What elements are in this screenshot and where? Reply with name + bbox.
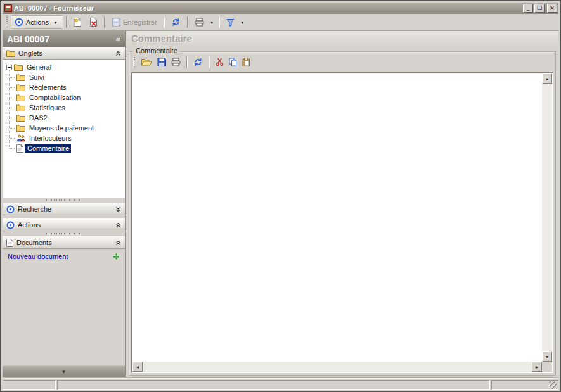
tree-connector	[10, 128, 15, 129]
paste-button[interactable]	[240, 56, 252, 68]
tree-item-reglements[interactable]: Règlements	[3, 82, 125, 92]
save-button-label: Enregistrer	[123, 18, 157, 26]
save-icon	[157, 58, 166, 66]
refresh-button[interactable]	[167, 15, 184, 29]
refresh-editor-button[interactable]	[191, 56, 205, 68]
app-window: ABI 00007 - Fournisseur _ □ × Actions ▼	[0, 0, 561, 392]
scroll-down-button[interactable]: ▼	[542, 351, 552, 362]
filter-icon	[226, 18, 235, 27]
tree-item-commentaire[interactable]: Commentaire	[3, 143, 125, 153]
delete-icon	[89, 18, 98, 27]
sidebar-collapse-button[interactable]: «	[116, 34, 120, 44]
tree-item-statistiques[interactable]: Statistiques	[3, 103, 125, 113]
section-label-recherche: Recherche	[18, 205, 51, 213]
add-document-icon[interactable]	[112, 253, 120, 260]
folder-icon	[16, 104, 25, 111]
tree-item-label: Statistiques	[27, 103, 67, 112]
refresh-icon	[193, 58, 203, 66]
close-button[interactable]: ×	[547, 4, 557, 13]
tree-item-comptabilisation[interactable]: Comptabilisation	[3, 92, 125, 103]
sidebar-overflow-button[interactable]: ▼	[3, 365, 125, 378]
print-editor-button[interactable]	[169, 56, 183, 68]
filter-button[interactable]	[222, 15, 238, 29]
resize-grip[interactable]	[550, 381, 557, 389]
onglets-tree: Général Suivi Règlements Comptabilisatio…	[3, 60, 125, 198]
tree-item-label: Règlements	[27, 83, 68, 92]
status-panel	[3, 380, 56, 390]
maximize-button[interactable]: □	[534, 4, 545, 13]
caret-down-icon: ▼	[51, 19, 60, 26]
toolbar-separator	[209, 56, 210, 68]
paste-icon	[242, 58, 250, 66]
horizontal-scrollbar[interactable]: ◄ ►	[132, 362, 542, 372]
copy-button[interactable]	[227, 56, 239, 68]
sidebar-splitter[interactable]	[3, 198, 125, 203]
new-document-link[interactable]: Nouveau document	[8, 253, 68, 260]
scroll-left-button[interactable]: ◄	[132, 362, 143, 372]
tree-item-moyens-de-paiement[interactable]: Moyens de paiement	[3, 123, 125, 133]
target-icon	[6, 205, 15, 213]
documents-panel: Nouveau document	[3, 249, 125, 365]
delete-button[interactable]	[86, 15, 101, 29]
filter-dropdown-caret[interactable]: ▼	[238, 19, 247, 26]
section-header-recherche[interactable]: Recherche	[3, 203, 125, 215]
tree-item-das2[interactable]: DAS2	[3, 113, 125, 123]
tree-item-general[interactable]: Général	[3, 62, 125, 72]
folder-icon	[16, 114, 25, 122]
open-button[interactable]	[139, 56, 154, 67]
sidebar: ABI 00007 « Onglets Général	[3, 31, 126, 378]
new-document-button[interactable]	[70, 15, 86, 29]
tree-item-interlocuteurs[interactable]: Interlocuteurs	[3, 133, 125, 143]
print-dropdown-caret[interactable]: ▼	[208, 19, 216, 26]
tree-connector	[10, 98, 15, 98]
new-document-icon	[74, 18, 82, 27]
toolbar-separator	[164, 16, 165, 28]
section-header-onglets[interactable]: Onglets	[3, 47, 125, 60]
sidebar-splitter[interactable]	[3, 231, 125, 236]
comment-editor[interactable]	[132, 73, 542, 362]
folder-icon	[14, 63, 23, 71]
tree-connector	[10, 148, 15, 149]
toolbar-separator	[104, 16, 105, 28]
toolbar-separator	[187, 16, 188, 28]
save-editor-button[interactable]	[155, 56, 168, 68]
tree-connector	[10, 138, 15, 139]
comment-editor-frame: ▲ ▼ ◄ ►	[131, 72, 553, 373]
tree-connector	[10, 108, 15, 108]
folder-icon	[16, 94, 25, 101]
chevron-down-icon: ▼	[61, 369, 67, 375]
section-header-actions[interactable]: Actions	[3, 218, 125, 231]
commentaire-groupbox: Commentaire	[129, 51, 556, 376]
editor-toolbar-grip[interactable]	[133, 57, 135, 67]
save-button[interactable]: Enregistrer	[108, 15, 161, 29]
page-title: Commentaire	[126, 31, 558, 47]
section-header-documents[interactable]: Documents	[3, 236, 125, 249]
tree-item-suivi[interactable]: Suivi	[3, 72, 125, 82]
toolbar-grip[interactable]	[6, 17, 8, 27]
tree-children: Suivi Règlements Comptabilisation Statis…	[3, 72, 125, 153]
tree-item-label: Commentaire	[25, 144, 71, 153]
chevron-up-icon	[115, 222, 121, 228]
status-panel	[57, 380, 490, 390]
tree-connector	[10, 118, 15, 118]
title-bar: ABI 00007 - Fournisseur _ □ ×	[3, 3, 558, 14]
vertical-scrollbar[interactable]: ▲ ▼	[542, 73, 552, 362]
print-button[interactable]	[191, 15, 208, 29]
actions-button[interactable]: Actions ▼	[11, 15, 63, 29]
tree-connector	[10, 87, 15, 88]
save-icon	[112, 18, 120, 27]
scroll-up-button[interactable]: ▲	[542, 73, 552, 84]
cut-button[interactable]	[214, 56, 226, 67]
section-label-actions: Actions	[18, 221, 41, 229]
section-label-documents: Documents	[16, 239, 52, 246]
chevron-up-icon	[115, 51, 121, 56]
minimize-button[interactable]: _	[523, 4, 533, 13]
sidebar-header: ABI 00007 «	[3, 31, 125, 47]
scroll-right-button[interactable]: ►	[532, 362, 542, 372]
printer-icon	[195, 18, 204, 27]
tree-item-label: Comptabilisation	[27, 93, 82, 102]
chevron-up-icon	[115, 240, 121, 246]
main-toolbar: Actions ▼ Enregistrer	[3, 14, 558, 31]
app-icon	[4, 4, 12, 12]
actions-button-label: Actions	[26, 18, 49, 26]
